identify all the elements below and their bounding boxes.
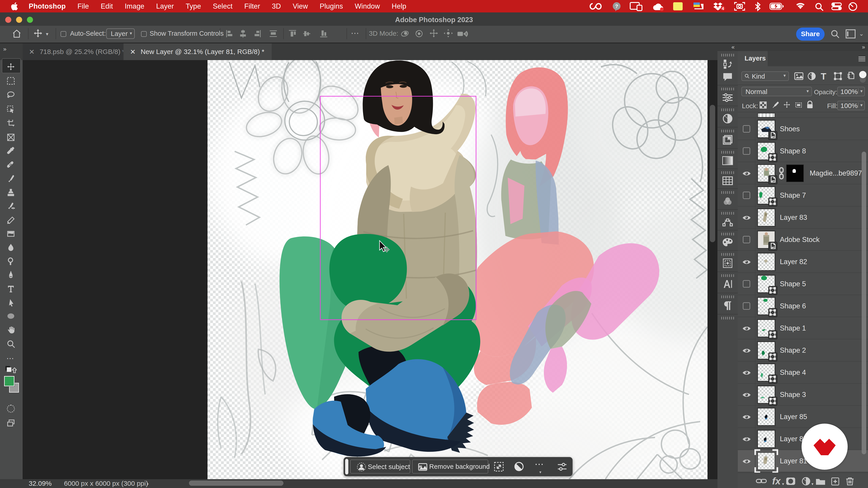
svg-text:4: 4 bbox=[722, 6, 724, 11]
svg-text:?: ? bbox=[615, 3, 618, 9]
